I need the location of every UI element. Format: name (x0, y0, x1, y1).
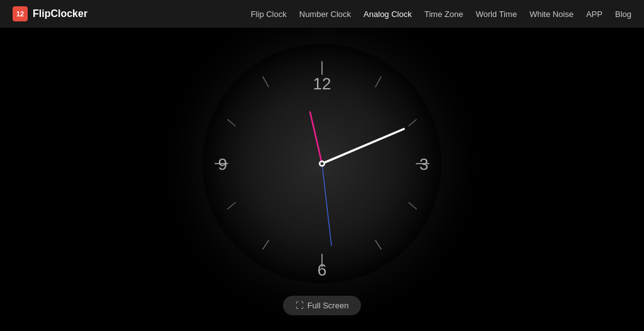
nav-analog-clock[interactable]: Analog Clock (364, 9, 412, 19)
svg-line-8 (228, 203, 235, 209)
main-content: 12 3 6 9 ⛶ Full Screen (0, 0, 644, 331)
svg-line-1 (375, 77, 381, 87)
svg-line-11 (263, 77, 269, 87)
clock-num-6: 6 (318, 261, 326, 279)
nav-links: Flip Clock Number Clock Analog Clock Tim… (251, 9, 631, 19)
nav-number-clock[interactable]: Number Clock (299, 9, 351, 19)
svg-line-4 (409, 203, 416, 209)
svg-line-2 (409, 120, 416, 126)
clock-num-9: 9 (218, 155, 227, 174)
nav-time-zone[interactable]: Time Zone (425, 9, 464, 19)
minute-hand (310, 112, 322, 164)
svg-line-10 (228, 120, 235, 126)
logo-badge: 12 (13, 6, 28, 21)
svg-line-5 (375, 240, 381, 249)
clock-num-12: 12 (313, 74, 331, 93)
nav-blog[interactable]: Blog (615, 9, 631, 19)
nav-world-time[interactable]: World Time (475, 9, 517, 19)
fullscreen-icon: ⛶ (296, 301, 304, 310)
fullscreen-button[interactable]: ⛶ Full Screen (283, 296, 362, 315)
logo-area: 12 FlipClocker (13, 6, 87, 21)
second-hand (322, 164, 331, 245)
nav-app[interactable]: APP (586, 9, 602, 19)
header: 12 FlipClocker Flip Clock Number Clock A… (0, 0, 644, 28)
hour-hand (322, 129, 404, 164)
clock-center-inner (321, 162, 324, 165)
clock-face: 12 3 6 9 (203, 44, 441, 283)
nav-white-noise[interactable]: White Noise (530, 9, 574, 19)
clock-wrapper: 12 3 6 9 ⛶ Full Screen (203, 44, 441, 315)
logo-text: FlipClocker (33, 8, 87, 20)
clock-num-3: 3 (419, 155, 428, 174)
nav-flip-clock[interactable]: Flip Clock (251, 9, 287, 19)
clock-svg: 12 3 6 9 (203, 44, 441, 283)
svg-line-7 (263, 240, 269, 249)
fullscreen-label: Full Screen (308, 301, 349, 310)
